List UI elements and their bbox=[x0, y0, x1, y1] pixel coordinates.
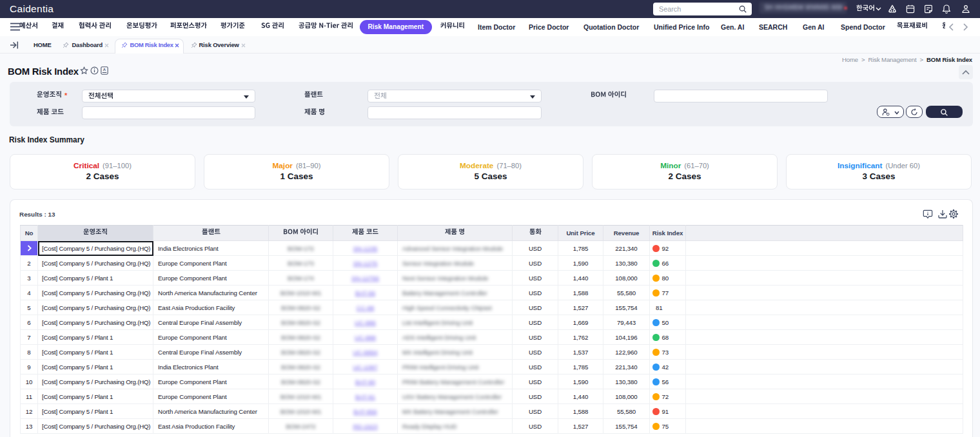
svg-text:A: A bbox=[103, 68, 106, 72]
